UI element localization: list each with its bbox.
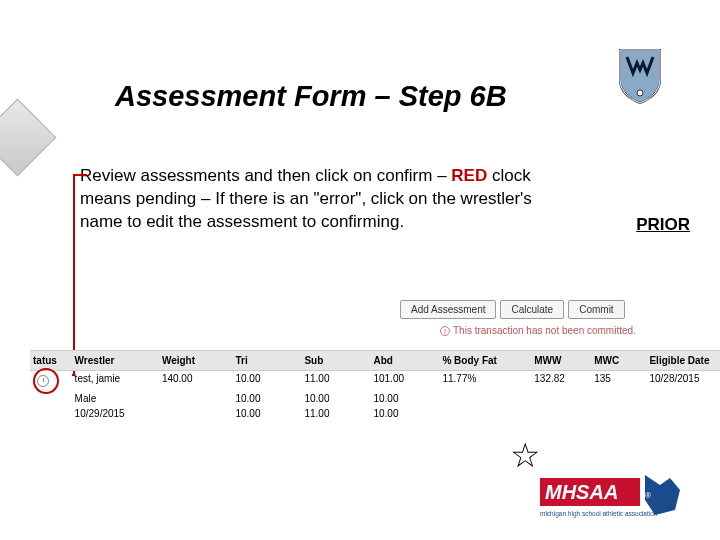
- slide-title: Assessment Form – Step 6B: [115, 80, 507, 113]
- col-tri: Tri: [232, 351, 301, 370]
- commit-warning-text: This transaction has not been committed.: [453, 325, 636, 336]
- calculate-button[interactable]: Calculate: [500, 300, 564, 319]
- corner-decoration: [0, 99, 56, 177]
- mhsaa-logo-icon: MHSAA michigan high school athletic asso…: [540, 470, 685, 520]
- cell-mwc: 135: [591, 371, 646, 391]
- cell-tri: 10.00: [232, 371, 301, 391]
- cell-mww: 132.82: [531, 371, 591, 391]
- clock-icon: [37, 375, 49, 387]
- commit-warning: !This transaction has not been committed…: [440, 325, 636, 336]
- col-abd: Abd: [370, 351, 439, 370]
- cell-weight: 140.00: [159, 371, 233, 391]
- col-mwc: MWC: [591, 351, 646, 370]
- col-bodyfat: % Body Fat: [439, 351, 531, 370]
- mhsaa-tagline: michigan high school athletic associatio…: [540, 510, 658, 518]
- instruction-text: Review assessments and then click on con…: [80, 165, 540, 234]
- table-header-row: tatus Wrestler Weight Tri Sub Abd % Body…: [30, 350, 720, 371]
- svg-text:MHSAA: MHSAA: [545, 481, 618, 503]
- table-row: Male 10.00 10.00 10.00: [30, 391, 720, 406]
- table-row: test, jamie 140.00 10.00 11.00 101.00 11…: [30, 371, 720, 391]
- cell-abd: 101.00: [370, 371, 439, 391]
- col-eligible-date: Eligible Date: [646, 351, 720, 370]
- cell-sub: 10.00: [301, 391, 370, 406]
- commit-button[interactable]: Commit: [568, 300, 624, 319]
- shield-logo-icon: [615, 45, 665, 105]
- add-assessment-button[interactable]: Add Assessment: [400, 300, 496, 319]
- assessment-table: tatus Wrestler Weight Tri Sub Abd % Body…: [30, 350, 720, 421]
- cell-gender: Male: [72, 391, 159, 406]
- col-wrestler: Wrestler: [72, 351, 159, 370]
- col-mww: MWW: [531, 351, 591, 370]
- svg-text:®: ®: [645, 491, 651, 500]
- cell-bodyfat: 11.77%: [439, 371, 531, 391]
- cell-date: 10/29/2015: [72, 406, 159, 421]
- col-sub: Sub: [301, 351, 370, 370]
- cell-abd: 10.00: [370, 391, 439, 406]
- cell-sub: 11.00: [301, 406, 370, 421]
- instruction-line1: Review assessments and then click on con…: [80, 166, 447, 185]
- warning-icon: !: [440, 326, 450, 336]
- red-emphasis: RED: [451, 166, 487, 185]
- cell-sub: 11.00: [301, 371, 370, 391]
- prior-label: PRIOR: [636, 215, 690, 235]
- table-row: 10/29/2015 10.00 11.00 10.00: [30, 406, 720, 421]
- col-weight: Weight: [159, 351, 233, 370]
- col-status: tatus: [30, 351, 72, 370]
- wrestler-name-link[interactable]: test, jamie: [72, 371, 159, 391]
- cell-tri: 10.00: [232, 406, 301, 421]
- cell-abd: 10.00: [370, 406, 439, 421]
- cell-eligible-date: 10/28/2015: [646, 371, 720, 391]
- status-cell: [30, 371, 72, 391]
- svg-point-0: [637, 90, 643, 96]
- cell-tri: 10.00: [232, 391, 301, 406]
- action-button-bar: Add Assessment Calculate Commit: [400, 300, 625, 319]
- star-icon: ☆: [510, 435, 540, 475]
